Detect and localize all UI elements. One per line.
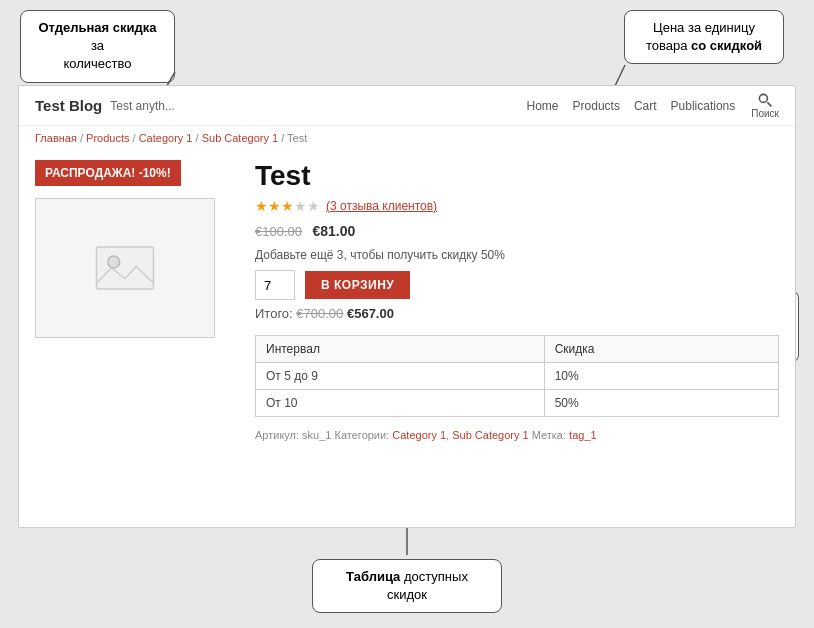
main-content: РАСПРОДАЖА! -10%! Test ★★★★★ (3 отзыва к… (19, 150, 795, 451)
total-discounted: €567.00 (347, 306, 394, 321)
table-cell-interval-1: От 5 до 9 (256, 363, 545, 390)
callout-bottom-text: Таблица доступных скидок (346, 569, 468, 602)
callout-top-right: Цена за единицу товара со скидкой (624, 10, 784, 64)
tag-link-1[interactable]: tag_1 (569, 429, 597, 441)
star-rating: ★★★★★ (255, 198, 320, 214)
nav-products[interactable]: Products (573, 99, 620, 113)
callout-top-left: Отдельная скидка заколичество (20, 10, 175, 83)
add-to-cart-row: В КОРЗИНУ (255, 270, 779, 300)
category-link-2[interactable]: Sub Category 1 (452, 429, 528, 441)
callout-top-right-text: Цена за единицу товара со скидкой (646, 20, 762, 53)
breadcrumb-subcategory1[interactable]: Sub Category 1 (202, 132, 278, 144)
site-title: Test Blog (35, 97, 102, 114)
nav-home[interactable]: Home (527, 99, 559, 113)
total-original: €700.00 (296, 306, 343, 321)
table-header-interval: Интервал (256, 336, 545, 363)
sku-label: Артикул: sku_1 (255, 429, 331, 441)
quantity-input[interactable] (255, 270, 295, 300)
nav-publications[interactable]: Publications (671, 99, 736, 113)
breadcrumb: Главная / Products / Category 1 / Sub Ca… (19, 126, 795, 150)
table-cell-discount-2: 50% (544, 390, 778, 417)
search-label: Поиск (751, 108, 779, 119)
breadcrumb-home[interactable]: Главная (35, 132, 77, 144)
svg-line-6 (768, 102, 772, 106)
product-title: Test (255, 160, 779, 192)
table-row: От 5 до 9 10% (256, 363, 779, 390)
svg-point-5 (760, 94, 768, 102)
total-row: Итого: €700.00 €567.00 (255, 306, 779, 321)
breadcrumb-products[interactable]: Products (86, 132, 129, 144)
nav-links: Home Products Cart Publications (527, 99, 736, 113)
price-discounted: €81.00 (312, 223, 355, 239)
table-row: От 10 50% (256, 390, 779, 417)
discount-table: Интервал Скидка От 5 до 9 10% От 10 50% (255, 335, 779, 417)
image-placeholder-icon (95, 243, 155, 293)
table-header-discount: Скидка (544, 336, 778, 363)
sale-badge: РАСПРОДАЖА! -10%! (35, 160, 181, 186)
page-frame: Test Blog Test anyth... Home Products Ca… (18, 85, 796, 528)
callout-bottom: Таблица доступных скидок (312, 559, 502, 613)
meta-info: Артикул: sku_1 Категории: Category 1, Su… (255, 429, 779, 441)
category-label: Категории: (335, 429, 393, 441)
breadcrumb-category1[interactable]: Category 1 (139, 132, 193, 144)
nav-cart[interactable]: Cart (634, 99, 657, 113)
product-image (35, 198, 215, 338)
site-tagline: Test anyth... (110, 99, 526, 113)
category-link-1[interactable]: Category 1 (392, 429, 446, 441)
callout-top-left-text: Отдельная скидка заколичество (38, 20, 156, 71)
price-row: €100.00 €81.00 (255, 222, 779, 240)
left-column: РАСПРОДАЖА! -10%! (35, 160, 235, 441)
search-icon (757, 92, 773, 108)
table-cell-interval-2: От 10 (256, 390, 545, 417)
right-column: Test ★★★★★ (3 отзыва клиентов) €100.00 €… (255, 160, 779, 441)
discount-hint: Добавьте ещё 3, чтобы получить скидку 50… (255, 248, 779, 262)
reviews-link[interactable]: (3 отзыва клиентов) (326, 199, 437, 213)
price-original: €100.00 (255, 224, 302, 239)
breadcrumb-current: Test (287, 132, 307, 144)
search-button[interactable]: Поиск (751, 92, 779, 119)
add-to-cart-button[interactable]: В КОРЗИНУ (305, 271, 410, 299)
table-cell-discount-1: 10% (544, 363, 778, 390)
rating-row: ★★★★★ (3 отзыва клиентов) (255, 198, 779, 214)
total-label: Итого: (255, 306, 293, 321)
nav-bar: Test Blog Test anyth... Home Products Ca… (19, 86, 795, 126)
tag-label: Метка: (532, 429, 569, 441)
svg-point-8 (108, 256, 120, 268)
svg-rect-7 (97, 247, 154, 289)
